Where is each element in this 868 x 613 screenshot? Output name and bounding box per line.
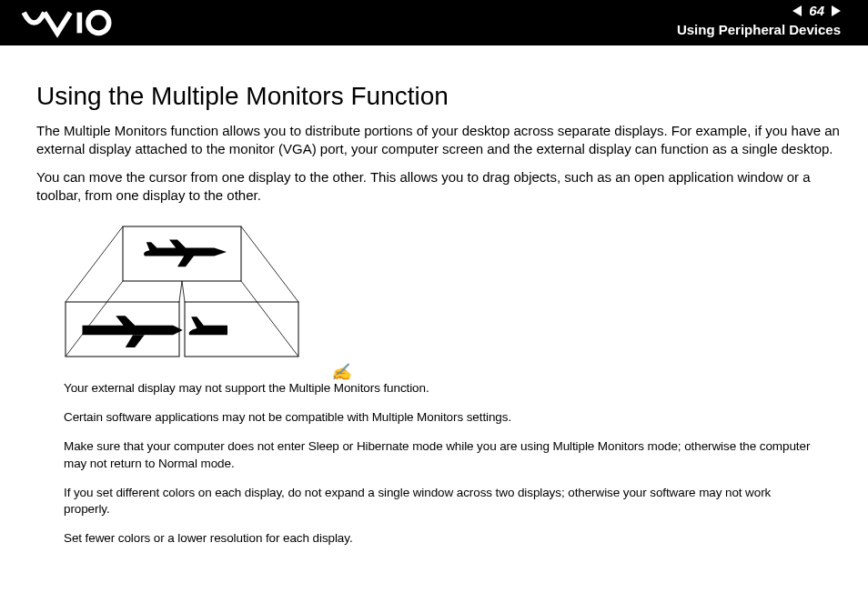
intro-paragraph-1: The Multiple Monitors function allows yo…	[36, 122, 841, 159]
note-3: Make sure that your computer does not en…	[64, 438, 813, 471]
page-number: 64	[809, 3, 824, 18]
svg-line-5	[66, 226, 123, 302]
page-navigation: 64	[792, 3, 841, 18]
svg-point-1	[88, 13, 109, 34]
section-name[interactable]: Using Peripheral Devices	[677, 22, 841, 37]
note-icon: ✍	[331, 362, 351, 382]
page-title: Using the Multiple Monitors Function	[36, 82, 841, 111]
note-4: If you set different colors on each disp…	[64, 485, 813, 518]
note-1: Your external display may not support th…	[64, 380, 813, 397]
note-2: Certain software applications may not be…	[64, 409, 813, 426]
svg-line-8	[241, 226, 298, 302]
svg-line-7	[182, 281, 185, 302]
page-content: Using the Multiple Monitors Function The…	[0, 45, 868, 548]
multi-monitor-diagram	[64, 225, 300, 361]
intro-paragraph-2: You can move the cursor from one display…	[36, 168, 841, 206]
prev-page-arrow-icon[interactable]	[792, 5, 802, 16]
note-5: Set fewer colors or a lower resolution f…	[64, 530, 813, 547]
vaio-logo	[18, 7, 127, 38]
svg-line-6	[179, 281, 182, 302]
svg-rect-0	[77, 13, 83, 34]
next-page-arrow-icon[interactable]	[832, 5, 841, 16]
page-header: 64 Using Peripheral Devices	[0, 0, 868, 45]
